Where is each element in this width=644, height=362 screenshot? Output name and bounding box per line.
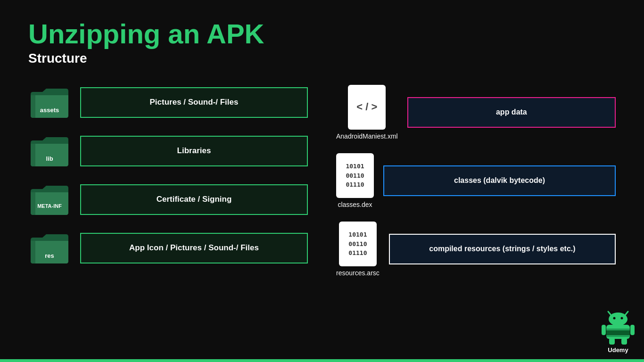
dex-file-group: 10101 00110 01110 classes.dex <box>336 153 374 208</box>
right-column: < / > AnadroidManiest.xml app data 10101… <box>336 85 616 277</box>
android-robot-icon <box>602 308 635 346</box>
box-label-res: App Icon / Pictures / Sound-/ Files <box>80 233 308 263</box>
folder-row-lib: lib Libraries <box>28 133 308 169</box>
folder-icon-res: res <box>28 230 71 266</box>
udemy-branding: Udemy <box>602 308 635 354</box>
svg-text:lib: lib <box>46 155 53 162</box>
left-column: assets Pictures / Sound-/ Files lib Libr… <box>28 85 308 277</box>
manifest-file-icon: < / > <box>348 85 386 130</box>
bottom-bar <box>0 359 644 362</box>
svg-rect-12 <box>609 338 615 345</box>
right-row-dex: 10101 00110 01110 classes.dex classes (d… <box>336 153 616 208</box>
folder-row-metainf: META-INF Certificate / Signing <box>28 182 308 217</box>
svg-rect-13 <box>621 338 627 345</box>
manifest-box: app data <box>407 97 616 128</box>
arsc-file-icon: 10101 00110 01110 <box>339 222 377 266</box>
box-label-lib: Libraries <box>80 136 308 166</box>
svg-point-6 <box>609 313 627 326</box>
main-title: Unzipping an APK <box>28 19 616 49</box>
svg-point-8 <box>621 317 623 320</box>
content-area: assets Pictures / Sound-/ Files lib Libr… <box>28 85 616 277</box>
folder-icon-assets: assets <box>28 85 71 120</box>
subtitle: Structure <box>28 51 616 66</box>
svg-point-7 <box>613 317 616 320</box>
folder-row-res: res App Icon / Pictures / Sound-/ Files <box>28 230 308 266</box>
svg-rect-10 <box>602 325 606 335</box>
svg-text:META-INF: META-INF <box>37 203 62 209</box>
svg-text:assets: assets <box>40 107 59 114</box>
arsc-file-group: 10101 00110 01110 resources.arsc <box>336 222 380 277</box>
manifest-filename: AnadroidManiest.xml <box>336 132 398 140</box>
svg-rect-11 <box>630 325 635 335</box>
folder-row-assets: assets Pictures / Sound-/ Files <box>28 85 308 120</box>
manifest-file-group: < / > AnadroidManiest.xml <box>336 85 398 140</box>
box-label-assets: Pictures / Sound-/ Files <box>80 87 308 118</box>
dex-filename: classes.dex <box>338 201 372 208</box>
arsc-box: compiled resources (strings / styles etc… <box>389 234 616 264</box>
dex-file-icon: 10101 00110 01110 <box>336 153 374 198</box>
udemy-label: Udemy <box>608 346 628 354</box>
right-row-manifest: < / > AnadroidManiest.xml app data <box>336 85 616 140</box>
right-row-arsc: 10101 00110 01110 resources.arsc compile… <box>336 222 616 277</box>
svg-point-16 <box>612 330 624 335</box>
folder-icon-metainf: META-INF <box>28 182 71 217</box>
dex-box: classes (dalvik bytecode) <box>383 165 616 196</box>
folder-icon-lib: lib <box>28 133 71 169</box>
slide: Unzipping an APK Structure assets Pictur… <box>0 0 644 362</box>
svg-text:res: res <box>45 252 54 259</box>
arsc-filename: resources.arsc <box>336 269 380 277</box>
box-label-metainf: Certificate / Signing <box>80 184 308 215</box>
